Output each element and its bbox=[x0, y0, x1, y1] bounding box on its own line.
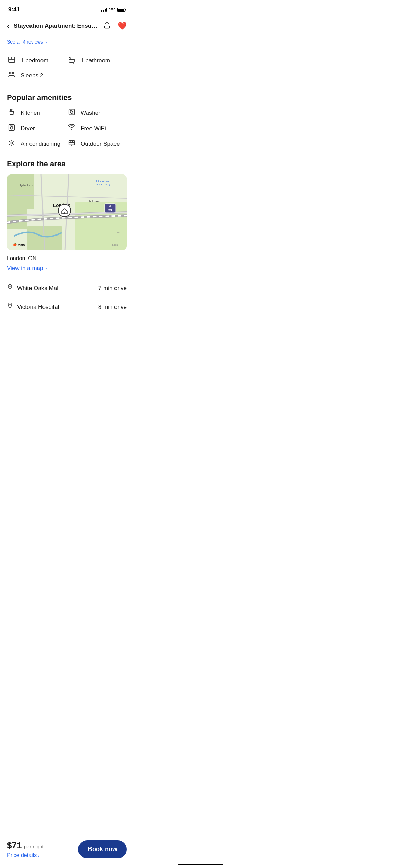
nilestown-label: Nilestown bbox=[89, 200, 101, 203]
svg-point-48 bbox=[9, 304, 11, 305]
amenity-wifi: Free WiFi bbox=[67, 124, 127, 133]
outdoor-text: Outdoor Space bbox=[81, 141, 120, 147]
svg-line-4 bbox=[73, 63, 73, 63]
status-bar: 9:41 bbox=[0, 0, 134, 17]
kitchen-text: Kitchen bbox=[21, 110, 40, 117]
hyde-park-label: Hyde Park bbox=[19, 184, 33, 187]
amenity-ac: Air conditioning bbox=[7, 139, 67, 148]
svg-point-45 bbox=[58, 204, 71, 217]
dryer-icon bbox=[7, 124, 16, 133]
apple-maps-text: 🍎 Maps bbox=[13, 243, 26, 247]
nearby-item-2: Victoria Hospital 8 min drive bbox=[7, 298, 127, 316]
svg-rect-27 bbox=[69, 141, 75, 145]
svg-line-21 bbox=[9, 141, 10, 142]
bathroom-icon bbox=[67, 56, 76, 66]
mo-label: Mo bbox=[117, 231, 120, 234]
chevron-right-icon: › bbox=[45, 39, 47, 45]
battery-icon bbox=[117, 8, 125, 12]
nearby-places: White Oaks Mall 7 min drive Victoria Hos… bbox=[0, 279, 134, 323]
amenity-washer: Washer bbox=[67, 108, 127, 118]
share-button[interactable] bbox=[100, 20, 113, 32]
washer-icon bbox=[67, 108, 76, 118]
page-title: Staycation Apartment: Ensuit... bbox=[14, 23, 98, 29]
view-map-link[interactable]: View in a map › bbox=[7, 265, 127, 279]
amenities-grid: Kitchen Washer bbox=[7, 108, 127, 148]
airport-label: International bbox=[96, 180, 110, 182]
amenities-title: Popular amenities bbox=[7, 93, 127, 102]
property-info-grid: 1 bedroom 1 bathroom bbox=[7, 56, 127, 81]
back-button[interactable]: ‹ bbox=[5, 20, 11, 32]
map-container[interactable]: US 401 Hyde Park London Nilestown Intern… bbox=[7, 174, 127, 250]
svg-line-25 bbox=[9, 144, 10, 145]
airport-label2: Airport (YXU) bbox=[96, 183, 110, 186]
signal-icon bbox=[101, 8, 107, 12]
nearby-name-2: Victoria Hospital bbox=[17, 304, 98, 311]
sleeps-text: Sleeps 2 bbox=[21, 72, 43, 79]
legal-text: Legal bbox=[112, 244, 119, 246]
bedroom-info: 1 bedroom bbox=[7, 56, 67, 66]
amenity-outdoor: Outdoor Space bbox=[67, 139, 127, 148]
amenity-kitchen: Kitchen bbox=[7, 108, 67, 118]
sleeps-info: Sleeps 2 bbox=[7, 71, 67, 81]
washer-text: Washer bbox=[81, 110, 100, 117]
svg-line-26 bbox=[13, 141, 14, 142]
nearby-distance-2: 8 min drive bbox=[98, 304, 127, 311]
status-time: 9:41 bbox=[8, 6, 20, 13]
map-location: London, ON bbox=[7, 254, 127, 265]
svg-point-6 bbox=[12, 72, 14, 74]
kitchen-icon bbox=[7, 108, 16, 118]
svg-line-22 bbox=[13, 144, 14, 145]
nearby-item-1: White Oaks Mall 7 min drive bbox=[7, 279, 127, 298]
svg-point-12 bbox=[70, 110, 71, 111]
svg-text:US: US bbox=[109, 205, 111, 207]
svg-point-18 bbox=[11, 142, 13, 144]
svg-point-47 bbox=[9, 285, 11, 287]
svg-point-11 bbox=[70, 111, 73, 113]
wifi-text: Free WiFi bbox=[81, 125, 106, 132]
ac-text: Air conditioning bbox=[21, 141, 60, 147]
explore-section: Explore the area US 401 bbox=[0, 154, 134, 279]
svg-point-17 bbox=[12, 126, 13, 126]
location-pin-icon-2 bbox=[7, 302, 13, 312]
svg-rect-14 bbox=[9, 125, 15, 131]
route-401-label: 401 bbox=[108, 208, 112, 212]
wifi-icon bbox=[109, 8, 115, 12]
svg-point-13 bbox=[71, 110, 72, 111]
nav-bar: ‹ Staycation Apartment: Ensuit... ❤️ bbox=[0, 17, 134, 36]
svg-point-15 bbox=[10, 126, 13, 129]
property-info: 1 bedroom 1 bathroom bbox=[0, 50, 134, 88]
svg-rect-10 bbox=[69, 109, 75, 115]
wifi-amenity-icon bbox=[67, 124, 76, 133]
nearby-distance-1: 7 min drive bbox=[98, 285, 127, 292]
ac-icon bbox=[7, 139, 16, 148]
favorite-button[interactable]: ❤️ bbox=[116, 20, 128, 32]
location-pin-icon-1 bbox=[7, 284, 13, 293]
sleeps-icon bbox=[7, 71, 16, 81]
explore-title: Explore the area bbox=[7, 159, 127, 168]
bedroom-text: 1 bedroom bbox=[21, 57, 48, 64]
bedroom-icon bbox=[7, 56, 16, 66]
amenity-dryer: Dryer bbox=[7, 124, 67, 133]
dryer-text: Dryer bbox=[21, 125, 35, 132]
amenities-section: Popular amenities Kitchen bbox=[0, 88, 134, 154]
svg-line-3 bbox=[70, 63, 70, 63]
reviews-link[interactable]: See all 4 reviews › bbox=[0, 36, 134, 50]
bathroom-text: 1 bathroom bbox=[81, 57, 110, 64]
bathroom-info: 1 bathroom bbox=[67, 56, 127, 66]
nearby-name-1: White Oaks Mall bbox=[17, 285, 98, 292]
svg-rect-36 bbox=[75, 202, 127, 250]
svg-point-5 bbox=[10, 72, 11, 74]
view-map-chevron-icon: › bbox=[45, 266, 47, 271]
outdoor-icon bbox=[67, 139, 76, 148]
status-icons bbox=[101, 8, 125, 12]
